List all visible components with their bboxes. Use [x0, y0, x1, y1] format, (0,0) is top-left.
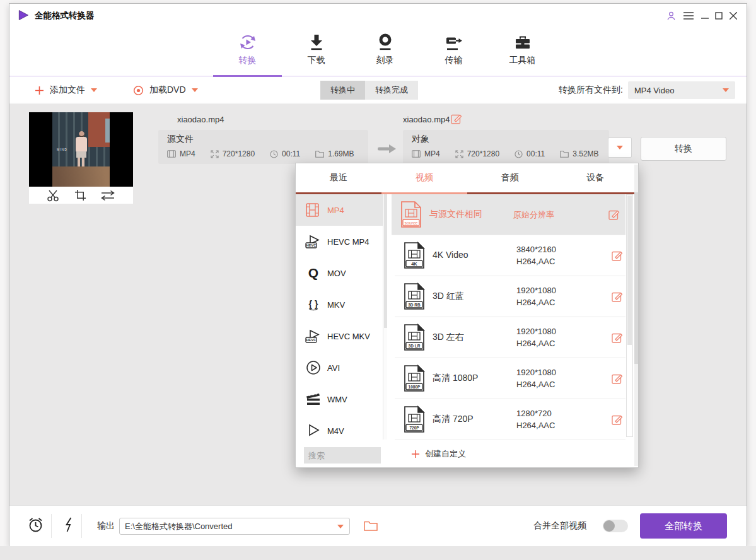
- video-file-icon: 4K: [404, 242, 425, 269]
- matroska-icon: { }: [304, 297, 323, 312]
- add-files-button[interactable]: 添加文件: [35, 77, 97, 103]
- film-icon: [412, 150, 421, 158]
- tab-download-label: 下载: [308, 55, 325, 66]
- edit-icon[interactable]: [612, 373, 623, 384]
- format-item-mkv[interactable]: { } MKV: [296, 289, 383, 320]
- target-panel-title: 对象: [412, 134, 429, 145]
- edit-filename-icon[interactable]: [451, 113, 462, 124]
- convert-state-tabs: 转换中 转换完成: [320, 81, 418, 100]
- source-format: MP4: [180, 149, 195, 158]
- preset-row-3d-lr[interactable]: 3D LR 3D 左右 1920*1080H264,AAC: [395, 317, 625, 358]
- format-list: MP4 HEVC HEVC MP4 Q MOV { }: [296, 194, 383, 440]
- svg-text:3D LR: 3D LR: [409, 344, 421, 348]
- preset-row-same-as-source[interactable]: source 与源文件相同 原始分辨率: [392, 194, 625, 235]
- merge-videos-label: 合并全部视频: [533, 520, 586, 532]
- disc-icon: [377, 32, 393, 53]
- desktop: 全能格式转换器: [0, 0, 756, 560]
- close-button[interactable]: [727, 9, 740, 22]
- merge-videos-toggle[interactable]: [603, 520, 628, 532]
- target-info-panel: 对象 MP4 720*1280 00:11 3.52MB: [403, 130, 609, 164]
- resolution-icon: [211, 150, 219, 158]
- chevron-down-icon[interactable]: [337, 525, 344, 528]
- search-input[interactable]: [304, 447, 381, 464]
- popup-tab-video[interactable]: 视频: [381, 163, 467, 192]
- format-label: MOV: [327, 269, 346, 278]
- chevron-down-icon: [192, 88, 198, 92]
- chevron-down-icon: [91, 88, 97, 92]
- menu-icon[interactable]: [682, 9, 695, 22]
- svg-text:1080P: 1080P: [409, 385, 421, 389]
- effects-icon[interactable]: [100, 190, 115, 201]
- format-label: AVI: [327, 363, 340, 373]
- target-duration: 00:11: [526, 149, 545, 158]
- source-panel-title: 源文件: [167, 134, 194, 145]
- tab-converting[interactable]: 转换中: [320, 81, 365, 100]
- svg-text:HEVC: HEVC: [306, 338, 317, 342]
- tab-finished[interactable]: 转换完成: [365, 81, 418, 100]
- format-item-hevc-mp4[interactable]: HEVC HEVC MP4: [296, 226, 383, 257]
- svg-text:{ }: { }: [309, 299, 318, 309]
- tab-toolbox[interactable]: 工具箱: [488, 28, 557, 76]
- convert-button[interactable]: 转换: [641, 137, 726, 161]
- target-resolution: 720*1280: [467, 149, 499, 158]
- popup-tab-recent[interactable]: 最近: [296, 163, 381, 192]
- edit-icon[interactable]: [612, 414, 623, 425]
- preset-row-4k[interactable]: 4K 4K Video 3840*2160H264,AAC: [395, 235, 625, 276]
- format-label: MKV: [327, 300, 345, 310]
- tab-burn-label: 刻录: [376, 55, 394, 66]
- nav-tabs: 转换 下载 刻录: [213, 28, 557, 76]
- crop-icon[interactable]: [74, 189, 86, 201]
- arrow-right-icon: [378, 144, 397, 154]
- convert-all-to-label: 转换所有文件到:: [532, 85, 623, 96]
- edit-icon[interactable]: [612, 250, 623, 261]
- performance-icon[interactable]: [64, 516, 74, 533]
- preset-row-720p[interactable]: 720P 高清 720P 1280*720H264,AAC: [395, 399, 625, 440]
- format-item-hevc-mkv[interactable]: HEVC HEVC MKV: [296, 320, 383, 352]
- plus-icon: [411, 450, 420, 458]
- format-item-mov[interactable]: Q MOV: [296, 257, 383, 289]
- preset-row-3d-rb[interactable]: 3D RB 3D 红蓝 1920*1080H264,AAC: [395, 276, 625, 317]
- account-icon[interactable]: [665, 9, 677, 22]
- schedule-icon[interactable]: [27, 516, 44, 534]
- preset-row-1080p[interactable]: 1080P 高清 1080P 1920*1080H264,AAC: [395, 358, 625, 399]
- clip-toolbar: [29, 187, 133, 204]
- preset-list-scrollbar[interactable]: [626, 194, 633, 437]
- format-label: MP4: [327, 206, 344, 215]
- popup-tab-audio[interactable]: 音频: [467, 163, 553, 192]
- tab-transfer[interactable]: 传输: [419, 28, 488, 76]
- app-logo-icon: [17, 9, 30, 21]
- edit-icon[interactable]: [608, 209, 620, 220]
- output-path-input[interactable]: [120, 518, 349, 534]
- open-folder-icon[interactable]: [364, 520, 378, 532]
- download-icon: [308, 32, 325, 53]
- tab-convert[interactable]: 转换: [213, 28, 282, 76]
- format-item-m4v[interactable]: M4V: [296, 415, 383, 440]
- maximize-button[interactable]: [712, 9, 725, 22]
- video-thumbnail: MIND: [29, 112, 133, 204]
- popup-tabs: 最近 视频 音频 设备: [296, 163, 638, 192]
- load-dvd-button[interactable]: 加载DVD: [133, 77, 198, 103]
- convert-all-button[interactable]: 全部转换: [640, 513, 727, 539]
- quicktime-icon: Q: [304, 265, 323, 281]
- target-format-dropdown-button[interactable]: [608, 137, 632, 158]
- create-custom-button[interactable]: 创建自定义: [411, 448, 466, 460]
- tab-download[interactable]: 下载: [282, 28, 351, 76]
- play-circle-icon: [304, 360, 323, 375]
- format-item-mp4[interactable]: MP4: [296, 194, 383, 226]
- resolution-icon: [455, 150, 463, 158]
- video-file-icon: 3D RB: [404, 283, 425, 310]
- output-format-select[interactable]: MP4 Video: [628, 81, 735, 99]
- format-item-avi[interactable]: AVI: [296, 352, 383, 383]
- trim-icon[interactable]: [47, 189, 61, 202]
- edit-icon[interactable]: [612, 332, 623, 343]
- minimize-button[interactable]: [699, 9, 711, 22]
- tab-burn[interactable]: 刻录: [351, 28, 419, 76]
- format-item-wmv[interactable]: WMV: [296, 383, 383, 415]
- add-files-label: 添加文件: [50, 85, 85, 96]
- video-file-icon: 3D LR: [404, 324, 425, 351]
- popup-scrollbar[interactable]: [634, 165, 638, 466]
- chevron-down-icon: [617, 146, 623, 149]
- format-list-scrollbar[interactable]: [383, 194, 387, 440]
- popup-tab-device[interactable]: 设备: [552, 163, 638, 192]
- edit-icon[interactable]: [612, 291, 623, 302]
